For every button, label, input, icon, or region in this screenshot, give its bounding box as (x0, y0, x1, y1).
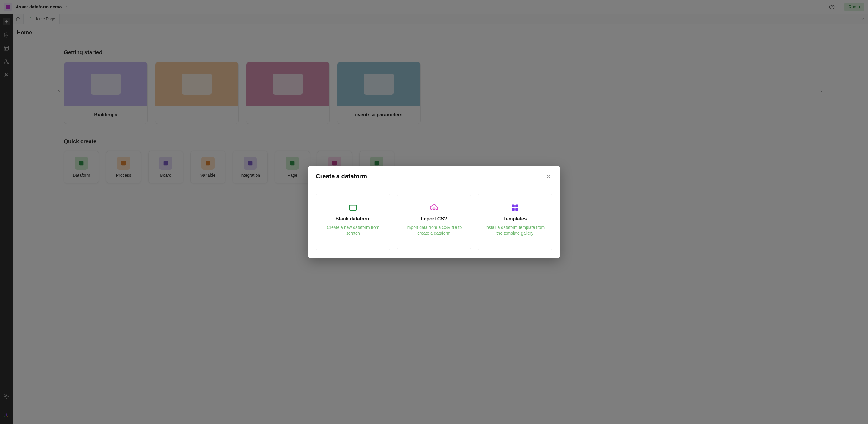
create-dataform-modal: Create a dataform Blank dataformCreate a… (308, 166, 560, 258)
svg-rect-22 (512, 205, 515, 207)
modal-option-import[interactable]: Import CSVImport data from a CSV file to… (397, 193, 471, 250)
option-title: Import CSV (421, 216, 447, 222)
modal-close-button[interactable] (545, 173, 552, 180)
modal-title: Create a dataform (316, 173, 367, 180)
import-option-icon (430, 202, 438, 213)
svg-rect-21 (350, 205, 356, 211)
option-title: Blank dataform (336, 216, 370, 222)
modal-header: Create a dataform (308, 166, 560, 187)
modal-option-blank[interactable]: Blank dataformCreate a new dataform from… (316, 193, 390, 250)
modal-body: Blank dataformCreate a new dataform from… (308, 187, 560, 258)
option-title: Templates (503, 216, 527, 222)
svg-rect-24 (512, 208, 515, 211)
modal-option-templates[interactable]: TemplatesInstall a dataform template fro… (478, 193, 552, 250)
option-desc: Install a dataform template from the tem… (485, 225, 545, 236)
svg-rect-23 (516, 205, 518, 207)
modal-overlay[interactable]: Create a dataform Blank dataformCreate a… (0, 0, 868, 424)
svg-rect-25 (516, 208, 518, 211)
blank-option-icon (348, 202, 358, 213)
templates-option-icon (511, 202, 519, 213)
option-desc: Import data from a CSV file to create a … (404, 225, 464, 236)
option-desc: Create a new dataform from scratch (323, 225, 383, 236)
